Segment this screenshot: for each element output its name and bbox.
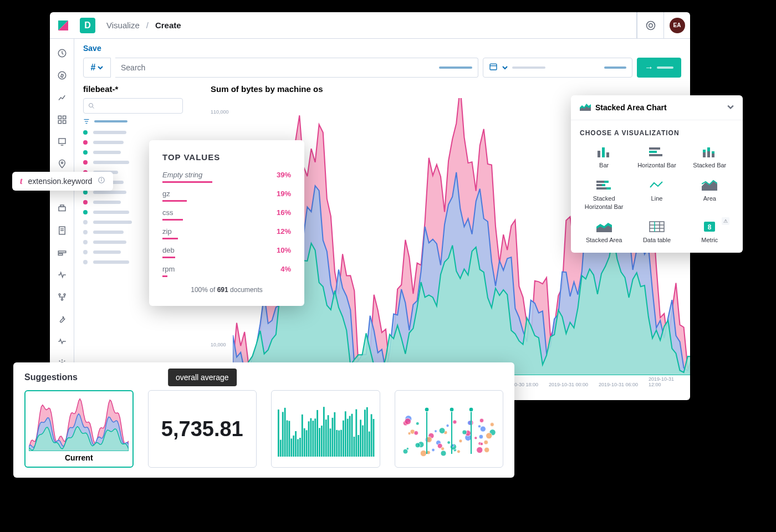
index-pattern-label[interactable]: filebeat-* (83, 84, 193, 94)
svg-rect-11 (63, 116, 65, 119)
refresh-button[interactable]: → (637, 58, 681, 78)
viz-option-line[interactable]: Line (632, 179, 681, 211)
space-badge[interactable]: D (80, 18, 95, 33)
app-logo[interactable] (50, 12, 76, 39)
viz-option-area[interactable]: Area (686, 179, 734, 211)
user-avatar[interactable]: EA (663, 12, 690, 39)
arrow-right-icon: → (645, 63, 654, 73)
nav-recent-icon[interactable] (57, 48, 68, 59)
nav-maps-icon[interactable] (57, 158, 68, 170)
search-input[interactable]: Search (115, 58, 478, 78)
chevron-down-icon (98, 65, 103, 70)
svg-rect-44 (604, 181, 609, 183)
svg-point-118 (408, 432, 411, 435)
svg-point-9 (58, 71, 66, 79)
top-value-label: css (162, 208, 173, 217)
y-tick: 10,000 (211, 342, 226, 347)
svg-rect-62 (291, 438, 293, 457)
top-value-label: rpm (162, 265, 175, 273)
svg-rect-65 (297, 439, 299, 457)
svg-rect-61 (289, 421, 290, 457)
svg-rect-48 (606, 187, 611, 190)
svg-rect-84 (338, 431, 340, 457)
svg-rect-42 (712, 151, 714, 154)
svg-point-144 (406, 448, 409, 450)
field-list-item[interactable] (83, 130, 193, 135)
nav-dashboard-icon[interactable] (57, 114, 68, 125)
nav-discover-icon[interactable] (57, 70, 68, 81)
nav-devtools-icon[interactable] (57, 314, 68, 325)
svg-rect-32 (602, 147, 605, 157)
viz-option-bar[interactable]: Bar (580, 146, 628, 169)
svg-point-125 (474, 437, 477, 439)
svg-rect-83 (336, 430, 338, 457)
nav-infra-icon[interactable] (57, 203, 68, 214)
svg-rect-71 (310, 418, 312, 457)
svg-rect-91 (354, 437, 355, 457)
nav-monitoring-icon[interactable] (57, 336, 68, 347)
svg-rect-80 (330, 428, 331, 457)
suggestion-metric[interactable]: overall average 5,735.81 (148, 390, 257, 468)
svg-rect-40 (707, 147, 710, 151)
suggestion-current[interactable]: Current (24, 390, 134, 468)
nav-apm-icon[interactable] (57, 247, 68, 258)
top-value-label: zip (162, 227, 172, 236)
viz-option-horizontal-bar[interactable]: Horizontal Bar (632, 146, 681, 169)
field-search-input[interactable] (83, 98, 183, 114)
svg-rect-64 (295, 431, 297, 457)
svg-point-140 (416, 422, 419, 425)
viz-option-metric[interactable]: 8Metric⚠ (686, 221, 734, 244)
suggestion-bubble[interactable] (395, 390, 503, 468)
svg-rect-67 (302, 415, 303, 457)
field-filter[interactable] (83, 118, 193, 125)
filter-icon (83, 118, 90, 125)
top-value-pct: 4% (280, 265, 291, 273)
filter-language-selector[interactable]: # (83, 58, 111, 78)
svg-point-138 (441, 447, 444, 451)
svg-rect-100 (373, 419, 375, 457)
save-button[interactable]: Save (83, 44, 101, 53)
viz-option-data-table[interactable]: Data table (632, 221, 681, 244)
svg-rect-4 (490, 64, 497, 70)
field-tooltip: t extension.keyword (12, 172, 113, 191)
stacked-area-icon (580, 102, 591, 113)
svg-rect-77 (323, 407, 325, 457)
viz-option-stacked-bar[interactable]: Stacked Bar (686, 146, 734, 169)
svg-point-134 (484, 440, 488, 444)
chevron-down-icon (502, 65, 508, 70)
date-picker[interactable] (483, 58, 632, 78)
help-icon[interactable] (637, 12, 663, 39)
viz-option-stacked-area[interactable]: Stacked Area (580, 221, 628, 244)
nav-siem-icon[interactable] (57, 291, 68, 303)
svg-point-133 (453, 420, 457, 424)
svg-point-146 (486, 433, 492, 439)
suggestion-bar[interactable] (271, 390, 380, 468)
x-tick: 2019-10-31 00:00 (549, 382, 588, 387)
breadcrumb-item[interactable]: Visualize (106, 21, 140, 30)
svg-rect-98 (369, 432, 370, 457)
svg-rect-93 (358, 435, 360, 457)
top-value-pct: 12% (277, 227, 291, 236)
viz-option-stacked-horizontal-bar[interactable]: Stacked Horizontal Bar (580, 179, 628, 211)
svg-point-148 (415, 443, 420, 448)
svg-rect-57 (280, 440, 282, 457)
top-value-label: gz (162, 190, 170, 198)
svg-rect-82 (334, 412, 336, 457)
svg-line-7 (93, 107, 94, 109)
nav-visualize-icon[interactable] (57, 92, 68, 103)
svg-point-123 (478, 425, 481, 428)
nav-logs-icon[interactable] (57, 225, 68, 236)
info-icon[interactable] (98, 176, 105, 186)
svg-point-139 (480, 426, 486, 432)
nav-uptime-icon[interactable] (57, 269, 68, 280)
field-name: extension.keyword (28, 177, 92, 186)
svg-rect-56 (278, 410, 279, 457)
svg-rect-90 (351, 414, 353, 457)
nav-canvas-icon[interactable] (57, 136, 68, 147)
chevron-down-icon[interactable] (727, 103, 734, 112)
svg-point-124 (441, 451, 446, 456)
top-value-pct: 16% (277, 208, 291, 217)
svg-point-2 (646, 21, 655, 29)
svg-rect-86 (343, 421, 344, 457)
svg-rect-69 (306, 430, 308, 457)
